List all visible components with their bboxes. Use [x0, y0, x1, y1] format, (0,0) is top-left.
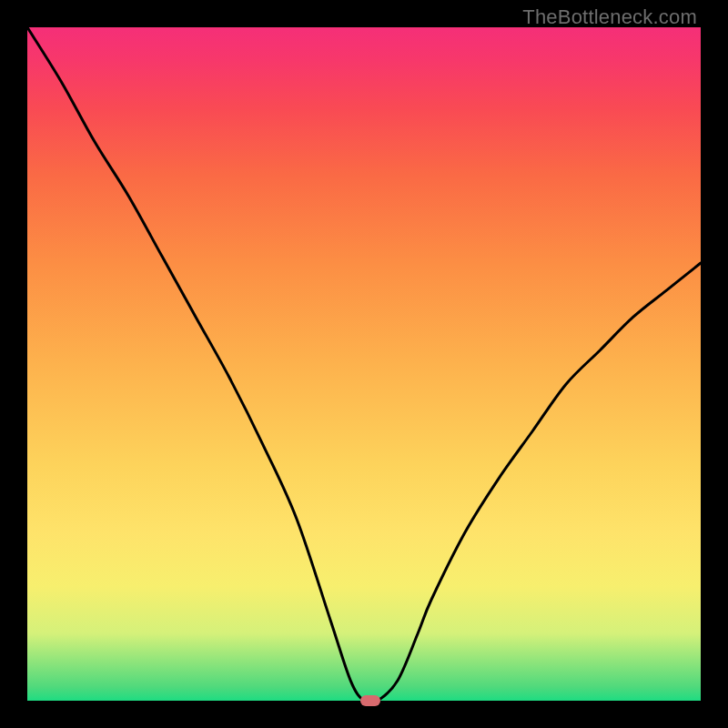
watermark-text: TheBottleneck.com — [522, 5, 697, 29]
plot-area — [27, 27, 701, 701]
chart-frame: TheBottleneck.com — [0, 0, 728, 728]
bottleneck-curve — [27, 27, 701, 701]
optimal-marker — [360, 695, 380, 706]
